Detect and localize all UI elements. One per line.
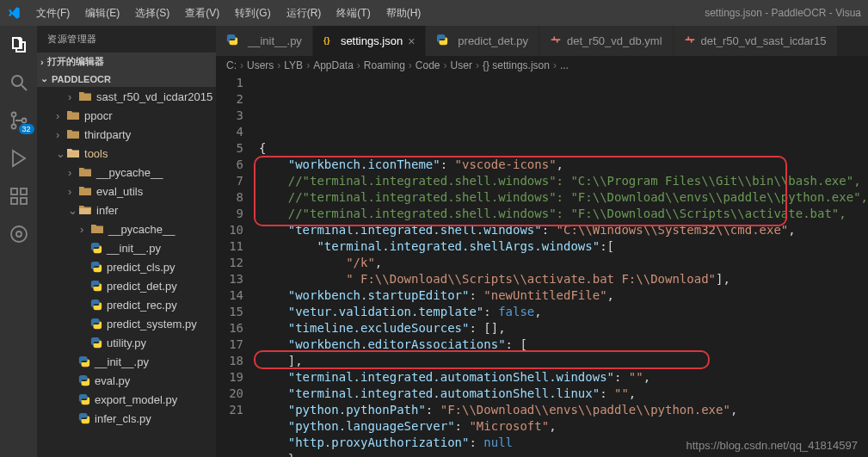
code-line[interactable]: "terminal.integrated.automationShell.win…	[259, 369, 868, 386]
tree-label: tools	[84, 147, 108, 160]
project-header[interactable]: ⌄PADDLEOCR	[37, 71, 216, 87]
chevron-right-icon: ›	[306, 59, 310, 71]
tree-label: sast_r50_vd_icdar2015	[96, 90, 212, 103]
breadcrumb-item[interactable]: ...	[560, 59, 569, 71]
code-line[interactable]: "vetur.validation.template": false,	[259, 304, 868, 320]
tab-label: settings.json	[341, 34, 403, 47]
breadcrumb-item[interactable]: AppData	[313, 59, 354, 71]
code-line[interactable]: "terminal.integrated.shellArgs.windows":…	[259, 238, 868, 255]
chevron-right-icon: ›	[409, 59, 412, 71]
code-line[interactable]: "workbench.startupEditor": "newUntitledF…	[259, 287, 868, 304]
folder-item[interactable]: ⌄tools	[37, 144, 216, 163]
breadcrumb-item[interactable]: LYB	[284, 59, 303, 71]
code-line[interactable]: //"terminal.integrated.shell.windows": "…	[259, 173, 868, 189]
breadcrumb-item[interactable]: User	[451, 59, 472, 71]
close-icon[interactable]: ×	[408, 34, 415, 48]
file-tree: ›sast_r50_vd_icdar2015›ppocr›thirdparty⌄…	[37, 87, 216, 457]
menu-item[interactable]: 帮助(H)	[379, 6, 428, 21]
file-item[interactable]: eval.py	[37, 371, 216, 390]
code-line[interactable]: //"terminal.integrated.shell.windows": "…	[259, 206, 868, 222]
file-item[interactable]: predict_det.py	[37, 276, 216, 295]
folder-item[interactable]: ›eval_utils	[37, 182, 216, 201]
breadcrumb-item[interactable]: Roaming	[364, 59, 405, 71]
svg-rect-5	[11, 188, 17, 195]
svg-point-2	[11, 113, 15, 117]
file-item[interactable]: utility.py	[37, 333, 216, 352]
code-content[interactable]: { "workbench.iconTheme": "vscode-icons",…	[259, 75, 868, 457]
chevron-right-icon: ›	[553, 59, 557, 71]
menu-item[interactable]: 运行(R)	[280, 6, 329, 21]
explorer-icon[interactable]	[9, 34, 29, 55]
code-line[interactable]: "/k",	[259, 255, 868, 271]
editor-tab[interactable]: {}settings.json×	[313, 26, 426, 56]
editor-tabs: __init__.py{}settings.json×predict_det.p…	[216, 26, 868, 56]
menu-item[interactable]: 选择(S)	[128, 6, 176, 21]
editor-tab[interactable]: predict_det.py	[426, 26, 539, 56]
editor-tab[interactable]: __init__.py	[216, 26, 313, 56]
file-item[interactable]: predict_rec.py	[37, 295, 216, 314]
open-editors-header[interactable]: ›打开的编辑器	[37, 52, 216, 71]
code-line[interactable]: "workbench.iconTheme": "vscode-icons",	[259, 157, 868, 173]
menu-item[interactable]: 文件(F)	[29, 6, 77, 21]
search-icon[interactable]	[9, 72, 29, 93]
code-line[interactable]: "python.languageServer": "Microsoft",	[259, 418, 868, 435]
code-line[interactable]: "python.pythonPath": "F:\\Download\\envs…	[259, 402, 868, 418]
menu-item[interactable]: 编辑(E)	[78, 6, 126, 21]
code-line[interactable]: //"terminal.integrated.shell.windows": "…	[259, 189, 868, 206]
chevron-right-icon: ›	[476, 59, 479, 71]
svg-point-3	[11, 125, 15, 129]
editor-tab[interactable]: det_r50_vd_sast_icdar15	[674, 26, 838, 56]
scm-icon[interactable]: 32	[9, 110, 29, 131]
editor-tab[interactable]: det_r50_vd_db.yml	[539, 26, 674, 56]
code-line[interactable]: "timeline.excludeSources": [],	[259, 320, 868, 337]
tree-label: predict_det.py	[107, 280, 177, 293]
py-file-icon	[436, 34, 452, 48]
code-line[interactable]: ],	[259, 353, 868, 369]
tree-label: infer_cls.py	[95, 412, 151, 425]
file-item[interactable]: export_model.py	[37, 390, 216, 409]
breadcrumb-item[interactable]: C:	[226, 59, 237, 71]
folder-item[interactable]: ›__pycache__	[37, 219, 216, 238]
tree-label: __pycache__	[96, 166, 163, 179]
folder-item[interactable]: ⌄infer	[37, 201, 216, 219]
code-line[interactable]: "workbench.editorAssociations": [	[259, 337, 868, 353]
code-editor[interactable]: 123456789101112131415161718192021 { "wor…	[216, 75, 868, 457]
json-file-icon: {}	[323, 34, 336, 48]
menu-item[interactable]: 终端(T)	[329, 6, 377, 21]
vscode-logo-icon	[7, 6, 21, 20]
extensions-icon[interactable]	[9, 186, 29, 207]
code-line[interactable]: " F:\\Download\\Scripts\\activate.bat F:…	[259, 271, 868, 287]
svg-line-1	[22, 85, 27, 90]
tab-label: det_r50_vd_sast_icdar15	[701, 34, 827, 47]
folder-item[interactable]: ›thirdparty	[37, 125, 216, 144]
chevron-right-icon: ›	[56, 109, 66, 122]
file-item[interactable]: infer_cls.py	[37, 409, 216, 428]
code-line[interactable]: "terminal.integrated.shell.windows": "C:…	[259, 222, 868, 238]
file-item[interactable]: predict_cls.py	[37, 257, 216, 276]
folder-item[interactable]: ›__pycache__	[37, 163, 216, 182]
folder-item[interactable]: ›sast_r50_vd_icdar2015	[37, 87, 216, 106]
breadcrumb-item[interactable]: {} settings.json	[483, 59, 550, 71]
titlebar: 文件(F)编辑(E)选择(S)查看(V)转到(G)运行(R)终端(T)帮助(H)…	[0, 0, 868, 26]
breadcrumb[interactable]: C:›Users›LYB›AppData›Roaming›Code›User›{…	[216, 56, 868, 75]
tree-label: predict_cls.py	[107, 261, 175, 274]
tree-label: __init__.py	[107, 242, 161, 255]
folder-item[interactable]: ›ppocr	[37, 106, 216, 125]
editor-area: __init__.py{}settings.json×predict_det.p…	[216, 26, 868, 457]
tree-label: __init__.py	[95, 355, 149, 368]
tree-label: predict_system.py	[107, 318, 197, 330]
file-item[interactable]: __init__.py	[37, 352, 216, 371]
code-line[interactable]: "terminal.integrated.automationShell.lin…	[259, 386, 868, 402]
file-item[interactable]: predict_system.py	[37, 314, 216, 333]
file-item[interactable]: __init__.py	[37, 238, 216, 257]
watermark: https://blog.csdn.net/qq_41814597	[686, 437, 859, 454]
breadcrumb-item[interactable]: Code	[416, 59, 440, 71]
chevron-right-icon: ›	[240, 59, 243, 71]
tree-label: utility.py	[107, 337, 146, 349]
run-icon[interactable]	[9, 148, 29, 169]
remote-icon[interactable]	[9, 224, 29, 244]
breadcrumb-item[interactable]: Users	[247, 59, 274, 71]
code-line[interactable]: {	[259, 140, 868, 157]
menu-item[interactable]: 查看(V)	[178, 6, 226, 21]
menu-item[interactable]: 转到(G)	[228, 6, 277, 21]
